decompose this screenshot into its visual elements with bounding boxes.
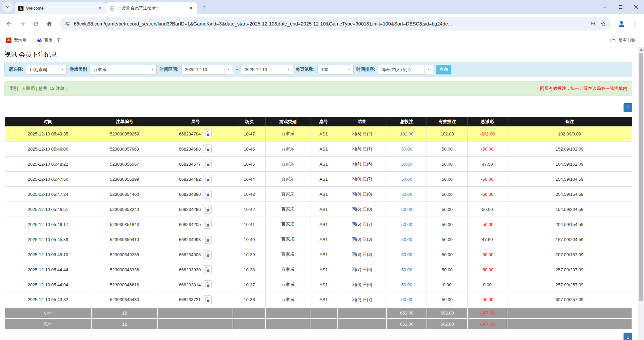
tab-close-icon[interactable]: ✕ xyxy=(97,5,103,11)
view-round-button[interactable] xyxy=(203,205,212,214)
cell-total-bet[interactable]: 50.00 xyxy=(387,187,427,202)
url-text[interactable]: 66cxkj98.com/game/betrecord_search/kind3… xyxy=(74,21,587,26)
total-bet-link[interactable]: 50.00 xyxy=(401,192,412,197)
chevron-down-icon: ▼ xyxy=(224,65,233,74)
view-round-button[interactable] xyxy=(203,175,212,183)
address-bar[interactable]: 66cxkj98.com/game/betrecord_search/kind3… xyxy=(60,17,611,31)
browser-menu-button[interactable] xyxy=(629,18,641,30)
query-type-select[interactable]: 日期查询 ▼ xyxy=(26,65,67,74)
page-1-button[interactable]: 1 xyxy=(624,103,632,112)
tab-bet-record[interactable]: :::视讯 会员下注纪录::: ✕ xyxy=(106,2,197,14)
round-number: 668234296 xyxy=(179,207,201,212)
cell-time: 2025-12-10 05:46:51 xyxy=(5,202,91,217)
all-bookmarks[interactable]: 所有书签 xyxy=(604,37,635,44)
bet-record-row: 2025-12-10 05:44:44523030348336668233930… xyxy=(5,262,632,277)
cell-total-bet[interactable]: 50.00 xyxy=(387,292,427,307)
game-type-select[interactable]: 百家乐 ▼ xyxy=(90,65,157,74)
reload-button[interactable] xyxy=(30,18,42,30)
cell-valid-bet: 50.00 xyxy=(427,172,467,187)
round-number: 668234482 xyxy=(179,177,201,182)
cell-time: 2025-12-10 05:45:10 xyxy=(5,247,91,262)
footer-empty xyxy=(507,307,632,319)
search-button[interactable]: 查询 xyxy=(436,65,451,74)
cell-total-bet[interactable]: 102.00 xyxy=(387,126,427,141)
scrollbar-thumb[interactable] xyxy=(639,53,643,301)
cell-total-bet[interactable]: 50.00 xyxy=(387,202,427,217)
view-round-button[interactable] xyxy=(203,145,212,153)
summary-notice: 同局有效投注，统一计算在该局第一张注单内 xyxy=(540,86,627,92)
view-round-button[interactable] xyxy=(203,220,212,229)
bookmark-star-icon[interactable] xyxy=(600,21,606,27)
view-round-button[interactable] xyxy=(203,295,212,304)
total-bet-link[interactable]: 50.00 xyxy=(401,267,412,272)
cell-payout: 47.50 xyxy=(467,157,507,172)
round-number: 668234688 xyxy=(179,147,201,152)
total-bet-link[interactable]: 50.00 xyxy=(401,162,412,167)
total-bet-link[interactable]: 50.00 xyxy=(401,237,412,242)
bet-records-table: 时间注单编号局号场次游戏类别桌号结果总投注有效投注总派彩备注 2025-12-1… xyxy=(4,117,632,330)
zoom-icon[interactable] xyxy=(590,21,597,27)
cell-total-bet[interactable]: 50.00 xyxy=(387,232,427,247)
cell-total-bet[interactable]: 50.00 xyxy=(387,247,427,262)
cell-result: 闲(8) 庄(2) xyxy=(337,126,387,141)
cell-result: 闲(0) 庄(8) xyxy=(337,187,387,202)
round-number: 668233814 xyxy=(179,282,201,287)
bookmark-baidu[interactable]: 百度一下 xyxy=(37,38,61,43)
chevron-down-icon: ▼ xyxy=(58,65,66,74)
page-1-button[interactable]: 1 xyxy=(624,333,632,340)
cell-total-bet[interactable]: 50.00 xyxy=(387,277,427,292)
scroll-up-icon[interactable] xyxy=(640,48,643,51)
cell-total-bet[interactable]: 50.00 xyxy=(387,217,427,232)
total-bet-link[interactable]: 50.00 xyxy=(401,297,412,302)
home-button[interactable] xyxy=(44,18,55,30)
view-round-icon xyxy=(205,146,210,152)
view-round-button[interactable] xyxy=(203,280,212,289)
footer-empty xyxy=(310,319,337,330)
total-bet-link[interactable]: 50.00 xyxy=(401,222,412,227)
view-round-button[interactable] xyxy=(203,235,212,244)
cell-time: 2025-12-10 05:49:00 xyxy=(5,141,91,157)
tab-search-button[interactable] xyxy=(3,2,13,12)
minimize-button[interactable] xyxy=(597,0,612,14)
cell-total-bet[interactable]: 50.00 xyxy=(387,172,427,187)
tab-welcome[interactable]: ♞ Welcome ✕ xyxy=(15,2,106,14)
total-bet-link[interactable]: 50.00 xyxy=(401,207,412,212)
cell-session: 10-40 xyxy=(233,232,265,247)
query-type-value: 日期查询 xyxy=(26,65,58,74)
cell-total-bet[interactable]: 50.00 xyxy=(387,141,427,157)
view-round-button[interactable] xyxy=(203,190,212,199)
total-bet-link[interactable]: 50.00 xyxy=(401,282,412,287)
cell-game-type: 百家乐 xyxy=(265,262,310,277)
forward-button[interactable] xyxy=(17,18,28,30)
profile-avatar[interactable] xyxy=(616,18,627,30)
date-end-select[interactable]: 2025-12-10 ▼ xyxy=(241,65,293,74)
back-button[interactable] xyxy=(3,18,15,30)
view-round-icon xyxy=(205,282,210,287)
total-bet-link[interactable]: 50.00 xyxy=(401,177,412,182)
player-result: 闲 xyxy=(352,267,356,272)
footer-empty xyxy=(233,319,265,330)
cell-session: 10-37 xyxy=(233,277,265,292)
new-tab-button[interactable]: + xyxy=(199,2,209,12)
sort-select[interactable]: 降幂(由大到小) ▼ xyxy=(378,65,433,74)
cell-total-bet[interactable]: 50.00 xyxy=(387,262,427,277)
bet-record-row: 2025-12-10 05:44:04523030346616668233814… xyxy=(5,277,632,292)
close-window-button[interactable] xyxy=(628,0,644,14)
per-page-select[interactable]: 100 ▼ xyxy=(317,65,354,74)
scrollbar[interactable] xyxy=(638,47,644,340)
maximize-button[interactable] xyxy=(612,0,628,14)
view-round-button[interactable] xyxy=(203,265,212,274)
view-round-button[interactable] xyxy=(203,129,212,138)
tab-close-icon[interactable]: ✕ xyxy=(188,5,194,11)
footer-empty xyxy=(310,307,337,319)
view-round-button[interactable] xyxy=(203,160,212,168)
cell-total-bet[interactable]: 50.00 xyxy=(387,157,427,172)
date-start-select[interactable]: 2025-12-10 ▼ xyxy=(181,65,233,74)
total-bet-link[interactable]: 102.00 xyxy=(400,131,413,136)
view-round-icon xyxy=(205,297,210,302)
total-bet-link[interactable]: 50.00 xyxy=(401,252,412,257)
cell-time: 2025-12-10 05:48:22 xyxy=(5,157,91,172)
view-round-button[interactable] xyxy=(203,250,212,259)
bookmark-taobao[interactable]: 淘 爱淘宝 xyxy=(6,38,27,43)
total-bet-link[interactable]: 50.00 xyxy=(401,147,412,152)
